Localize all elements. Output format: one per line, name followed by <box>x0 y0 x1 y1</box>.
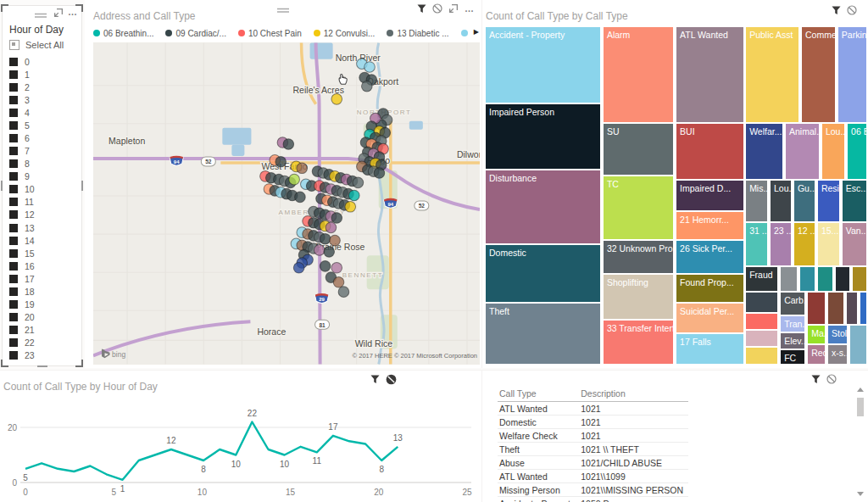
checked-checkbox[interactable] <box>9 172 18 181</box>
map-data-point[interactable] <box>348 190 359 201</box>
treemap-cell-suicidal-per[interactable]: Suicidal Per... <box>676 303 744 333</box>
slicer-item-9[interactable]: 9 <box>9 171 81 182</box>
focus-mode-icon[interactable] <box>53 8 64 18</box>
no-entry-icon[interactable] <box>386 374 397 385</box>
checked-checkbox[interactable] <box>9 313 18 321</box>
treemap-cell[interactable] <box>745 347 778 365</box>
table-header-row[interactable]: Call TypeDescription <box>498 388 688 402</box>
checked-checkbox[interactable] <box>9 351 18 360</box>
no-entry-icon[interactable] <box>847 5 857 15</box>
treemap-cell[interactable] <box>849 325 867 365</box>
treemap-cell-atl-wanted[interactable]: ATL Wanted <box>676 26 744 123</box>
slicer-item-5[interactable]: 5 <box>9 120 81 131</box>
treemap-cell-public-asst[interactable]: Public Asst <box>745 26 799 123</box>
legend-item[interactable]: 12 Convulsi... <box>314 29 376 38</box>
resize-corner[interactable] <box>1 360 8 367</box>
drag-handle-icon[interactable] <box>34 7 47 22</box>
map-data-point[interactable] <box>345 201 356 212</box>
treemap-cell[interactable] <box>827 292 844 325</box>
checked-checkbox[interactable] <box>9 249 18 258</box>
filter-icon[interactable] <box>417 4 426 14</box>
treemap-cell[interactable] <box>780 266 798 292</box>
treemap-cell-bui[interactable]: BUI <box>676 123 744 180</box>
slicer-item-23[interactable]: 23 <box>9 350 81 361</box>
map-data-point[interactable] <box>374 168 385 179</box>
slicer-item-11[interactable]: 11 <box>9 197 81 208</box>
treemap-cell-lou[interactable]: Lou... <box>821 123 845 180</box>
checked-checkbox[interactable] <box>9 262 18 271</box>
table-row[interactable]: Abuse1021/CHILD ABUSE <box>498 456 688 470</box>
map-data-point[interactable] <box>326 222 337 233</box>
treemap-cell-domestic[interactable]: Domestic <box>485 244 601 303</box>
treemap-cell[interactable] <box>835 266 850 292</box>
map-data-point[interactable] <box>361 81 372 92</box>
treemap-cell-gu[interactable]: Gu... <box>793 180 815 222</box>
filter-icon[interactable] <box>370 375 380 384</box>
slicer-item-20[interactable]: 20 <box>9 312 81 323</box>
slicer-item-0[interactable]: 0 <box>9 56 81 67</box>
treemap-cell-mis[interactable]: Mis... <box>745 180 768 222</box>
map-data-point[interactable] <box>297 163 308 174</box>
treemap-cell-15[interactable]: 15... <box>817 222 840 266</box>
table-row[interactable]: ATL Wanted1021 <box>498 402 688 416</box>
slicer-item-1[interactable]: 1 <box>9 69 81 80</box>
treemap-cell-ma[interactable]: Ma... <box>807 325 826 344</box>
filter-icon[interactable] <box>811 375 821 384</box>
scrollbar-thumb[interactable] <box>857 398 864 416</box>
treemap-cell-carb[interactable]: Carb... <box>780 292 805 315</box>
map-data-point[interactable] <box>293 262 304 273</box>
treemap-cell-welfar[interactable]: Welfar... <box>745 123 783 180</box>
map-data-point[interactable] <box>295 192 306 203</box>
slicer-item-13[interactable]: 13 <box>9 222 81 233</box>
checked-checkbox[interactable] <box>9 338 18 347</box>
column-header-description[interactable]: Description <box>579 388 688 402</box>
treemap-cell-elev[interactable]: Elev... <box>780 332 805 349</box>
map-data-point[interactable] <box>331 213 342 224</box>
checked-checkbox[interactable] <box>9 96 18 104</box>
treemap-cell-12[interactable]: 12 ... <box>793 222 815 266</box>
map-data-point[interactable] <box>289 174 300 185</box>
legend-item[interactable]: 09 Cardiac/... <box>165 29 225 38</box>
treemap-cell-alarm[interactable]: Alarm <box>603 26 674 123</box>
treemap-cell-commer[interactable]: Commer... <box>801 26 836 123</box>
treemap-cell-lou[interactable]: Lou... <box>770 180 792 222</box>
treemap-cell[interactable] <box>846 292 858 325</box>
slicer-item-19[interactable]: 19 <box>9 298 81 310</box>
map-data-point[interactable] <box>333 276 344 287</box>
treemap-cell-parking[interactable]: Parking... <box>837 26 867 123</box>
more-options-icon[interactable]: … <box>465 6 475 11</box>
legend-item[interactable]: 10 Chest Pain <box>238 29 302 38</box>
checked-checkbox[interactable] <box>9 58 18 66</box>
treemap-cell[interactable] <box>817 266 833 292</box>
column-header-call-type[interactable]: Call Type <box>498 388 579 402</box>
no-entry-icon[interactable] <box>826 374 837 384</box>
treemap-cell-31[interactable]: 31 ... <box>745 222 768 266</box>
line-series[interactable] <box>25 422 398 480</box>
slicer-item-6[interactable]: 6 <box>9 132 81 143</box>
slicer-item-16[interactable]: 16 <box>9 260 81 271</box>
treemap-cell-shoplifting[interactable]: Shoplifting <box>603 274 674 320</box>
slicer-item-3[interactable]: 3 <box>9 94 81 105</box>
checked-checkbox[interactable] <box>9 147 18 155</box>
map-data-point[interactable] <box>331 262 342 273</box>
select-all-option[interactable]: Select All <box>9 40 64 50</box>
slicer-item-7[interactable]: 7 <box>9 146 81 157</box>
resize-handle-right[interactable] <box>81 181 83 191</box>
treemap-cell-impaired-person[interactable]: Impaired Person <box>485 103 601 170</box>
more-options-icon[interactable]: … <box>68 9 78 14</box>
checked-checkbox[interactable] <box>9 198 18 206</box>
slicer-item-17[interactable]: 17 <box>9 273 81 284</box>
map-data-point[interactable] <box>320 261 331 272</box>
bing-map[interactable]: North RiverOakportReile's AcresNORTHPORT… <box>93 42 480 365</box>
map-data-point[interactable] <box>331 94 342 105</box>
treemap-cell-x-s[interactable]: x-s... <box>827 344 848 365</box>
treemap-cell-impaired-d[interactable]: Impaired D... <box>676 180 744 211</box>
resize-corner[interactable] <box>1 4 8 12</box>
treemap-cell-21-hemorr[interactable]: 21 Hemorr... <box>676 211 744 240</box>
checked-checkbox[interactable] <box>9 185 18 193</box>
focus-mode-icon[interactable] <box>448 3 459 14</box>
treemap-cell-23[interactable]: 23 .. <box>770 222 792 266</box>
treemap-cell-26-sick-per[interactable]: 26 Sick Per... <box>676 240 744 274</box>
table-row[interactable]: Domestic1021 <box>498 416 688 429</box>
treemap-cell[interactable] <box>860 292 867 325</box>
